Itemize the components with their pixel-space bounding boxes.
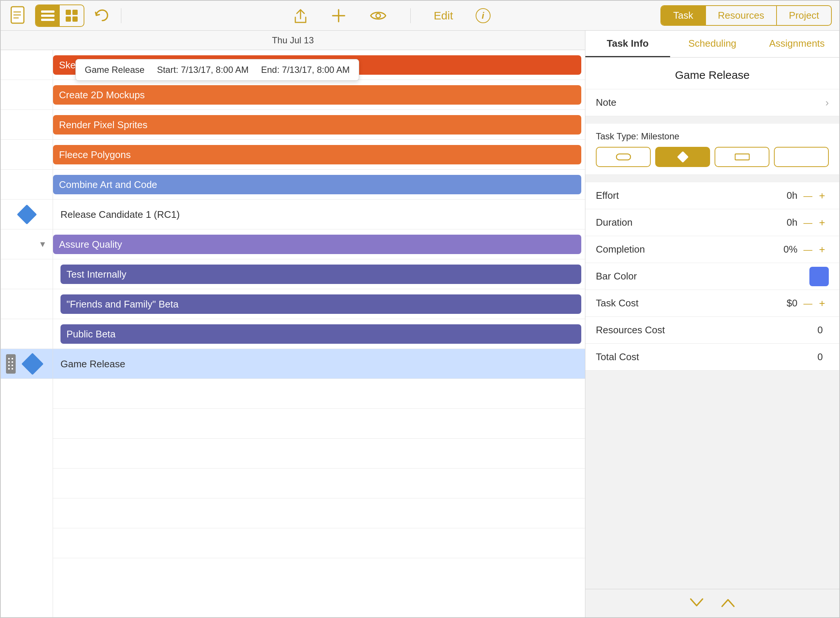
nav-down-button[interactable]: [689, 597, 705, 612]
row-rc1[interactable]: Release Candidate 1 (RC1): [53, 199, 585, 229]
row-gamerelease[interactable]: Game Release: [53, 349, 585, 379]
svg-rect-25: [735, 154, 749, 160]
row-fleece[interactable]: Fleece Polygons: [53, 140, 585, 169]
toolbar-left: Edit i: [8, 4, 653, 28]
gamerelease-diamond-icon: [21, 353, 43, 375]
svg-rect-16: [12, 358, 13, 360]
drag-handle[interactable]: [6, 354, 16, 374]
list-view-button[interactable]: [36, 5, 60, 26]
bar-test-label: Test Internally: [67, 269, 126, 280]
spacer-1: [585, 116, 839, 124]
row-render[interactable]: Render Pixel Sprites: [53, 110, 585, 140]
duration-minus-icon[interactable]: —: [803, 217, 812, 228]
bar-test: Test Internally: [61, 264, 581, 284]
type-rounded-button[interactable]: [596, 147, 651, 167]
bar-combine: Combine Art and Code: [53, 175, 581, 194]
type-empty-button[interactable]: [774, 147, 829, 167]
svg-rect-20: [12, 365, 13, 366]
row-test[interactable]: Test Internally: [53, 259, 585, 289]
svg-rect-21: [8, 368, 10, 370]
left-cell-rc1: [1, 199, 53, 229]
bar-create2d: Create 2D Mockups: [53, 85, 581, 105]
spacer-2: [585, 175, 839, 182]
edit-label: Edit: [434, 9, 453, 22]
edit-button[interactable]: Edit: [431, 7, 455, 24]
taskcost-minus-icon[interactable]: —: [803, 298, 812, 309]
left-cell-assure[interactable]: ▼: [1, 229, 53, 259]
panel-content: Game Release Note › Task Type: Milestone: [585, 58, 839, 589]
gantt-right-col: Sketch Create 2D Mockups Render Pixel Sp…: [53, 50, 585, 618]
svg-point-14: [376, 13, 381, 18]
tooltip-task: Game Release: [85, 65, 144, 75]
effort-minus-icon[interactable]: —: [803, 190, 812, 201]
gantt-left-col: ▼: [1, 50, 53, 618]
taskcost-label: Task Cost: [596, 297, 787, 309]
left-cell-fleece: [1, 140, 53, 169]
bar-friends-label: "Friends and Family" Beta: [67, 299, 178, 310]
type-rect-button[interactable]: [714, 147, 769, 167]
note-row[interactable]: Note ›: [585, 89, 839, 116]
tab-assignments[interactable]: Assignments: [754, 31, 839, 57]
tooltip-start: Start: 7/13/17, 8:00 AM: [157, 65, 248, 75]
effort-plus-button[interactable]: +: [815, 189, 829, 202]
barcolor-swatch[interactable]: [809, 267, 829, 286]
collapse-arrow-icon[interactable]: ▼: [39, 239, 47, 249]
undo-button[interactable]: [90, 5, 112, 27]
tab-scheduling[interactable]: Scheduling: [670, 31, 755, 57]
svg-rect-18: [12, 361, 13, 363]
nav-up-button[interactable]: [720, 597, 736, 612]
barcolor-row: Bar Color: [585, 263, 839, 290]
bar-assure-label: Assure Quality: [59, 239, 122, 250]
svg-rect-22: [12, 368, 13, 370]
share-button[interactable]: [291, 4, 310, 27]
completion-value: 0%: [783, 244, 797, 255]
duration-plus-button[interactable]: +: [815, 216, 829, 229]
row-publicbeta[interactable]: Public Beta: [53, 319, 585, 349]
effort-row: Effort 0h — +: [585, 182, 839, 209]
totalcost-label: Total Cost: [596, 351, 818, 363]
resources-tab[interactable]: Resources: [705, 6, 776, 25]
completion-plus-button[interactable]: +: [815, 243, 829, 256]
svg-rect-10: [73, 16, 78, 22]
completion-minus-icon[interactable]: —: [803, 244, 812, 255]
project-tab[interactable]: Project: [776, 6, 831, 25]
svg-rect-6: [41, 19, 55, 21]
svg-rect-23: [616, 154, 631, 160]
task-tooltip: Game Release Start: 7/13/17, 8:00 AM End…: [76, 59, 359, 81]
svg-rect-8: [73, 10, 78, 15]
row-create2d[interactable]: Create 2D Mockups: [53, 80, 585, 110]
taskcost-plus-button[interactable]: +: [815, 297, 829, 310]
view-button[interactable]: [367, 7, 390, 25]
row-empty-4: [53, 468, 585, 498]
note-chevron-icon: ›: [825, 97, 829, 109]
duration-label: Duration: [596, 217, 787, 228]
row-combine[interactable]: Combine Art and Code: [53, 169, 585, 199]
bottom-nav: [585, 589, 839, 618]
gamerelease-label: Game Release: [61, 358, 125, 370]
svg-rect-19: [8, 365, 10, 366]
add-button[interactable]: [328, 5, 349, 26]
row-empty-6: [53, 528, 585, 558]
gantt-area: Thu Jul 13 Game Release Start: 7/13/17, …: [1, 31, 585, 618]
gantt-content: ▼: [1, 50, 585, 618]
tab-taskinfo[interactable]: Task Info: [585, 31, 670, 57]
row-empty-1: [53, 379, 585, 409]
row-friends[interactable]: "Friends and Family" Beta: [53, 289, 585, 319]
bar-create2d-label: Create 2D Mockups: [59, 89, 145, 101]
task-type-row: Task Type: Milestone: [585, 124, 839, 175]
task-type-label: Task Type: Milestone: [596, 131, 829, 142]
effort-label: Effort: [596, 190, 787, 201]
type-diamond-button[interactable]: [655, 147, 710, 167]
row-assure[interactable]: Assure Quality: [53, 229, 585, 259]
gantt-view-button[interactable]: [60, 5, 84, 26]
bar-fleece: Fleece Polygons: [53, 145, 581, 164]
svg-rect-7: [66, 10, 71, 15]
bar-publicbeta-label: Public Beta: [67, 328, 116, 340]
row-empty-3: [53, 439, 585, 468]
completion-row: Completion 0% — +: [585, 236, 839, 263]
info-button[interactable]: i: [473, 6, 493, 25]
new-doc-button[interactable]: [8, 4, 29, 28]
task-tab[interactable]: Task: [661, 6, 705, 25]
info-icon: i: [476, 8, 490, 23]
effort-value: 0h: [787, 190, 797, 201]
